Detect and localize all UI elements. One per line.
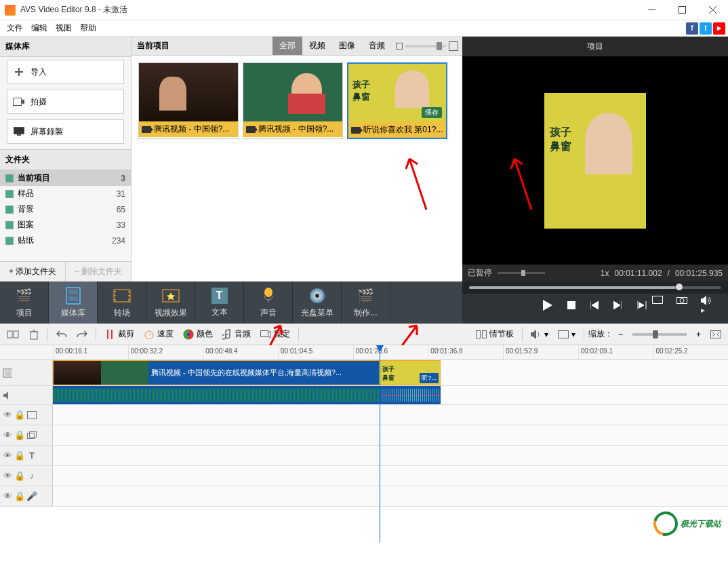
- redo-button[interactable]: [73, 327, 92, 342]
- folder-list: 当前项目3 样品31 背景65 图案33 贴纸234: [0, 170, 131, 261]
- folders-header: 文件夹: [0, 149, 131, 170]
- eye-icon[interactable]: 👁: [3, 431, 12, 440]
- check-icon: [5, 237, 14, 245]
- tab-effects[interactable]: 视频效果: [146, 282, 195, 324]
- play-button[interactable]: [540, 297, 555, 313]
- timeline-zoom-slider[interactable]: [632, 333, 687, 336]
- add-folder-button[interactable]: + 添加文件夹: [0, 262, 66, 282]
- stop-button[interactable]: [565, 298, 578, 312]
- undo-button[interactable]: [52, 327, 71, 342]
- svg-rect-34: [558, 330, 568, 338]
- thumb-image: 孩子 鼻窗 缓存: [348, 64, 446, 122]
- crop-button[interactable]: 裁剪: [100, 326, 138, 343]
- thumb-item[interactable]: 腾讯视频 - 中国领?...: [138, 62, 239, 139]
- check-icon: [5, 206, 14, 214]
- screenrec-button[interactable]: 屏幕錄製: [7, 119, 124, 144]
- folder-row[interactable]: 图案33: [0, 217, 131, 233]
- time-current: 00:01:11.002: [615, 269, 662, 278]
- prev-button[interactable]: [588, 298, 601, 312]
- zoom-out-icon[interactable]: −: [614, 327, 627, 342]
- zoom-in-icon[interactable]: +: [692, 327, 705, 342]
- volume-line-icon[interactable]: ▾: [527, 327, 552, 342]
- eye-icon[interactable]: 👁: [3, 492, 12, 501]
- svg-rect-8: [114, 290, 130, 302]
- volume-icon[interactable]: ▸: [698, 293, 714, 317]
- thumb-zoom[interactable]: [392, 41, 462, 51]
- video-track-body[interactable]: 腾讯视频 - 中国领先的在线视频媒体平台,海量高清视频?... 孩子 鼻窗 听?…: [53, 360, 728, 385]
- menu-view[interactable]: 视图: [52, 21, 76, 35]
- stabilize-button[interactable]: 稳定: [256, 326, 294, 343]
- maximize-button[interactable]: [667, 0, 697, 20]
- facebook-icon[interactable]: f: [686, 22, 698, 35]
- minimize-button[interactable]: [636, 0, 667, 20]
- storyboard-button[interactable]: 情节板: [472, 326, 518, 343]
- close-button[interactable]: [697, 0, 728, 20]
- folder-row[interactable]: 样品31: [0, 186, 131, 201]
- tab-media[interactable]: 媒体库: [49, 282, 98, 324]
- import-button[interactable]: 导入: [7, 60, 124, 84]
- menu-help[interactable]: 帮助: [76, 21, 100, 35]
- audio-tool-button[interactable]: 音频: [218, 326, 255, 343]
- delete-folder-button[interactable]: − 删除文件夹: [66, 262, 131, 282]
- filter-all[interactable]: 全部: [272, 37, 302, 55]
- speed-button[interactable]: 速度: [140, 326, 178, 343]
- tab-transition[interactable]: 转场: [98, 282, 146, 324]
- fit-icon[interactable]: [706, 328, 725, 341]
- svg-point-12: [128, 291, 129, 292]
- play-range-button[interactable]: [634, 298, 650, 312]
- svg-point-10: [115, 295, 116, 296]
- tab-produce[interactable]: 🎬制作...: [342, 282, 390, 324]
- tab-audio[interactable]: 声音: [244, 282, 293, 324]
- svg-rect-20: [653, 296, 663, 304]
- folder-row-current[interactable]: 当前项目3: [0, 170, 131, 186]
- audio-clip-1[interactable]: [53, 386, 380, 404]
- folder-row[interactable]: 背景65: [0, 201, 131, 217]
- timeline: 00:00:16.1 00:00:32.2 00:00:48.4 00:01:0…: [0, 345, 728, 543]
- speed-slider[interactable]: [498, 272, 595, 274]
- tab-project[interactable]: 🎬项目: [0, 282, 49, 324]
- filter-audio[interactable]: 音频: [362, 37, 392, 55]
- menu-file[interactable]: 文件: [3, 21, 27, 35]
- lock-icon[interactable]: 🔒: [15, 410, 24, 420]
- main-area: 媒体库 导入 拍摄 屏幕錄製 文件夹 当前项目3 样品31 背景65 图案33 …: [0, 37, 728, 282]
- filter-image[interactable]: 图像: [332, 37, 362, 55]
- color-button[interactable]: 颜色: [179, 326, 217, 343]
- menu-edit[interactable]: 编辑: [27, 21, 52, 35]
- svg-point-16: [264, 288, 272, 297]
- snapshot-icon[interactable]: [674, 293, 690, 317]
- thumb-item-selected[interactable]: 孩子 鼻窗 缓存 听说你喜欢我 第01?...: [347, 62, 447, 139]
- lock-icon[interactable]: 🔒: [15, 451, 24, 461]
- folder-row[interactable]: 贴纸234: [0, 233, 131, 248]
- eye-icon[interactable]: 👁: [3, 410, 12, 420]
- tab-text[interactable]: T文本: [195, 282, 244, 324]
- audio-clip-2[interactable]: [380, 386, 441, 404]
- check-icon: [5, 174, 14, 182]
- video-clip-2[interactable]: 孩子 鼻窗 听?...: [380, 360, 441, 385]
- aspect-icon[interactable]: ▾: [554, 327, 580, 342]
- capture-button[interactable]: 拍摄: [7, 90, 124, 114]
- filter-video[interactable]: 视频: [302, 37, 332, 55]
- thumb-item[interactable]: 腾讯视频 - 中国领?...: [243, 62, 343, 139]
- lock-icon[interactable]: 🔒: [15, 492, 24, 501]
- twitter-icon[interactable]: t: [700, 22, 712, 35]
- playhead[interactable]: [380, 345, 380, 543]
- watermark: 极光下载站: [653, 511, 721, 536]
- audio-track-body[interactable]: [53, 386, 728, 404]
- scrub-bar[interactable]: [462, 282, 728, 294]
- video-clip-1[interactable]: 腾讯视频 - 中国领先的在线视频媒体平台,海量高清视频?...: [53, 360, 380, 385]
- lock-icon[interactable]: 🔒: [15, 431, 24, 440]
- delete-button[interactable]: [24, 326, 43, 343]
- eye-icon[interactable]: 👁: [3, 471, 12, 481]
- annotation-arrow: [403, 152, 430, 213]
- youtube-icon[interactable]: ▶: [713, 22, 725, 35]
- next-button[interactable]: [611, 298, 624, 312]
- fullscreen-icon[interactable]: [649, 293, 666, 317]
- zoom-slider[interactable]: [405, 45, 446, 47]
- split-button[interactable]: [3, 326, 23, 343]
- lock-icon[interactable]: 🔒: [15, 471, 24, 481]
- tab-disc[interactable]: 光盘菜单: [293, 282, 342, 324]
- svg-point-11: [115, 299, 116, 300]
- center-header: 当前项目 全部 视频 图像 音频: [132, 37, 462, 56]
- time-ruler[interactable]: 00:00:16.1 00:00:32.2 00:00:48.4 00:01:0…: [0, 345, 728, 360]
- eye-icon[interactable]: 👁: [3, 451, 12, 461]
